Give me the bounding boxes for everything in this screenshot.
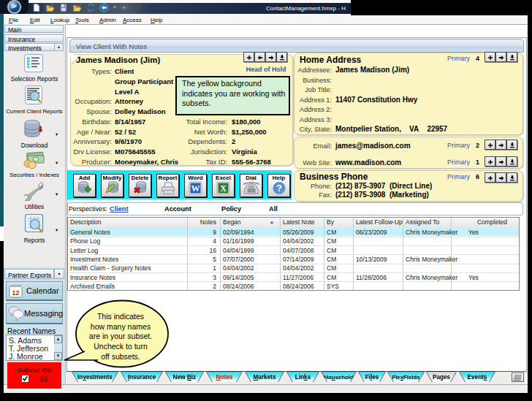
svg-text:X: X [220, 183, 227, 194]
svg-text:?: ? [276, 183, 282, 194]
svg-text:W: W [191, 183, 200, 194]
svg-text:12: 12 [12, 289, 19, 297]
